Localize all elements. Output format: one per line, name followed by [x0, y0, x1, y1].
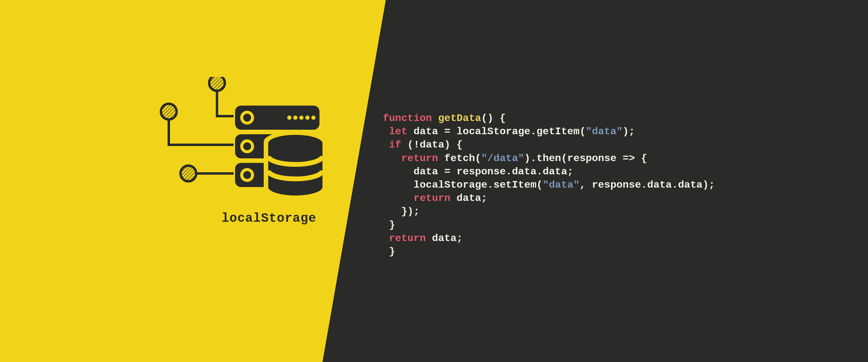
code-token: function	[383, 113, 432, 124]
svg-point-3	[161, 104, 177, 119]
code-token	[383, 192, 413, 204]
code-snippet: function getData() { let data = localSto…	[383, 112, 715, 258]
code-token: );	[623, 126, 635, 137]
code-token	[383, 126, 389, 137]
code-token: (!data) {	[401, 139, 463, 150]
svg-point-8	[293, 115, 298, 120]
svg-point-10	[305, 115, 310, 120]
code-token	[383, 152, 401, 164]
code-token: data;	[426, 232, 463, 244]
code-token: return	[401, 152, 438, 164]
code-token: () {	[481, 113, 506, 124]
stage: localStorage function getData() { let da…	[0, 0, 868, 362]
network-node-icon	[181, 166, 234, 181]
illustration-caption: localStorage	[221, 211, 316, 226]
code-token: localStorage.setItem(	[383, 179, 543, 191]
network-node-icon	[161, 104, 234, 145]
code-token: getData	[438, 113, 481, 124]
svg-point-7	[287, 115, 291, 120]
code-token: let	[389, 126, 407, 137]
code-token: , response.data.data);	[580, 179, 715, 191]
svg-point-4	[181, 166, 196, 181]
network-node-icon	[209, 77, 234, 116]
server-database-icon	[157, 77, 338, 234]
code-token: "data"	[543, 179, 580, 191]
code-token: data = response.data.data;	[383, 166, 574, 177]
code-token: "/data"	[481, 152, 524, 164]
code-token: return	[389, 232, 426, 244]
code-token: });	[383, 206, 420, 217]
code-token	[383, 139, 389, 150]
code-token: "data"	[586, 126, 622, 137]
local-storage-illustration	[157, 77, 338, 234]
code-token: }	[383, 246, 395, 257]
code-token: return	[413, 192, 450, 204]
code-token	[432, 113, 438, 124]
database-icon	[264, 131, 327, 199]
code-token: data;	[450, 192, 487, 204]
svg-point-2	[209, 77, 225, 91]
code-token	[383, 232, 389, 244]
code-token: ).then(response => {	[524, 152, 647, 164]
code-token: fetch(	[438, 152, 481, 164]
code-token: data = localStorage.getItem(	[407, 126, 586, 137]
svg-point-9	[299, 115, 304, 120]
code-token: }	[383, 219, 395, 231]
code-token: if	[389, 139, 401, 150]
svg-point-11	[311, 115, 315, 120]
